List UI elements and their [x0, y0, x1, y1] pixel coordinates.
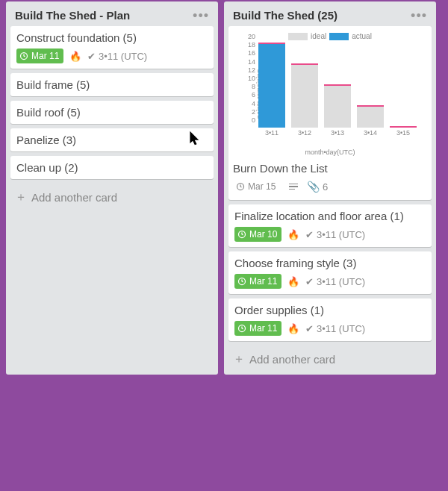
chart-legend: ideal actual — [233, 31, 427, 40]
due-date-badge[interactable]: Mar 11 — [234, 321, 281, 336]
badge-row: Mar 11 🔥 ✔ 3•11 (UTC) — [16, 49, 208, 63]
legend-swatch-ideal — [288, 33, 308, 40]
add-card-button[interactable]: ＋ Add another card — [10, 184, 214, 207]
list-title[interactable]: Build The Shed (25) — [233, 9, 337, 22]
list-progress: Build The Shed (25) ••• ideal actual poi… — [224, 1, 436, 375]
due-date-text: Mar 11 — [31, 51, 59, 61]
clock-icon — [236, 182, 245, 191]
badge-row: Mar 10 🔥 ✔ 3•11 (UTC) — [234, 227, 426, 242]
due-date-text: Mar 10 — [249, 229, 277, 240]
list-plan: Build The Shed - Plan ••• Construct foun… — [6, 1, 218, 375]
clock-icon — [237, 324, 246, 333]
legend-label-actual: actual — [352, 32, 372, 40]
card-title: Choose framing style (3) — [234, 257, 426, 269]
card-title: Clean up (2) — [16, 161, 208, 174]
legend-label-ideal: ideal — [311, 32, 326, 40]
burndown-chart: ideal actual points remaining 0246810121… — [233, 31, 427, 157]
done-text: ✔ 3•11 (UTC) — [87, 51, 147, 62]
due-date-badge[interactable]: Mar 10 — [234, 227, 281, 242]
card[interactable]: Finalize location and floor area (1) Mar… — [228, 204, 432, 247]
card[interactable]: Choose framing style (3) Mar 11 🔥 ✔ 3•11… — [228, 251, 432, 294]
list-header: Build The Shed (25) ••• — [228, 6, 432, 26]
card[interactable]: Build frame (5) — [10, 73, 214, 96]
fire-icon: 🔥 — [287, 276, 299, 287]
list-menu-icon[interactable]: ••• — [411, 13, 427, 19]
y-ticks: 02468101214161820 — [245, 44, 255, 128]
done-text: ✔ 3•11 (UTC) — [305, 276, 365, 287]
fire-icon: 🔥 — [287, 229, 299, 240]
paperclip-icon: 📎 — [307, 181, 320, 193]
chart-body — [255, 44, 420, 128]
due-date-text: Mar 11 — [249, 276, 277, 287]
due-date-text: Mar 15 — [248, 181, 276, 192]
clock-icon — [19, 51, 28, 60]
badge-row: Mar 11 🔥 ✔ 3•11 (UTC) — [234, 321, 426, 336]
card-title: Construct foundation (5) — [16, 31, 208, 44]
attachments-count: 6 — [323, 181, 328, 193]
description-icon — [289, 184, 298, 190]
card-title: Finalize location and floor area (1) — [234, 210, 426, 222]
clock-icon — [237, 230, 246, 239]
list-menu-icon[interactable]: ••• — [193, 13, 209, 19]
fire-icon: 🔥 — [69, 51, 81, 62]
burndown-card[interactable]: ideal actual points remaining 0246810121… — [228, 26, 432, 200]
due-date-badge[interactable]: Mar 15 — [233, 179, 280, 194]
due-date-badge[interactable]: Mar 11 — [16, 49, 63, 63]
attachments-badge: 📎 6 — [307, 181, 328, 193]
badge-row: Mar 15 📎 6 — [233, 179, 427, 194]
done-text: ✔ 3•11 (UTC) — [305, 323, 365, 334]
add-card-button[interactable]: ＋ Add another card — [228, 345, 432, 369]
card[interactable]: Panelize (3) — [10, 128, 214, 151]
clock-icon — [237, 277, 246, 286]
list-title[interactable]: Build The Shed - Plan — [15, 9, 130, 22]
add-card-label: Add another card — [31, 191, 117, 204]
legend-swatch-actual — [329, 33, 349, 40]
card-title: Build roof (5) — [16, 106, 208, 119]
x-axis-label: month•day(UTC) — [233, 148, 427, 156]
card-title: Panelize (3) — [16, 134, 208, 146]
x-ticks: 3•113•123•133•143•15 — [255, 129, 420, 138]
card-title: Build frame (5) — [16, 78, 208, 91]
due-date-text: Mar 11 — [249, 323, 277, 334]
add-card-label: Add another card — [249, 353, 335, 366]
done-text: ✔ 3•11 (UTC) — [305, 229, 365, 240]
list-header: Build The Shed - Plan ••• — [10, 6, 214, 26]
card[interactable]: Order supplies (1) Mar 11 🔥 ✔ 3•11 (UTC) — [228, 298, 432, 341]
card[interactable]: Build roof (5) — [10, 101, 214, 124]
card-title: Order supplies (1) — [234, 304, 426, 316]
card[interactable]: Construct foundation (5) Mar 11 🔥 ✔ 3•11… — [10, 26, 214, 69]
board: Build The Shed - Plan ••• Construct foun… — [0, 0, 448, 375]
fire-icon: 🔥 — [287, 323, 299, 334]
badge-row: Mar 11 🔥 ✔ 3•11 (UTC) — [234, 274, 426, 289]
card-title: Burn Down the List — [233, 162, 427, 175]
due-date-badge[interactable]: Mar 11 — [234, 274, 281, 289]
card[interactable]: Clean up (2) — [10, 156, 214, 179]
plus-icon: ＋ — [15, 190, 27, 205]
plus-icon: ＋ — [233, 351, 245, 367]
